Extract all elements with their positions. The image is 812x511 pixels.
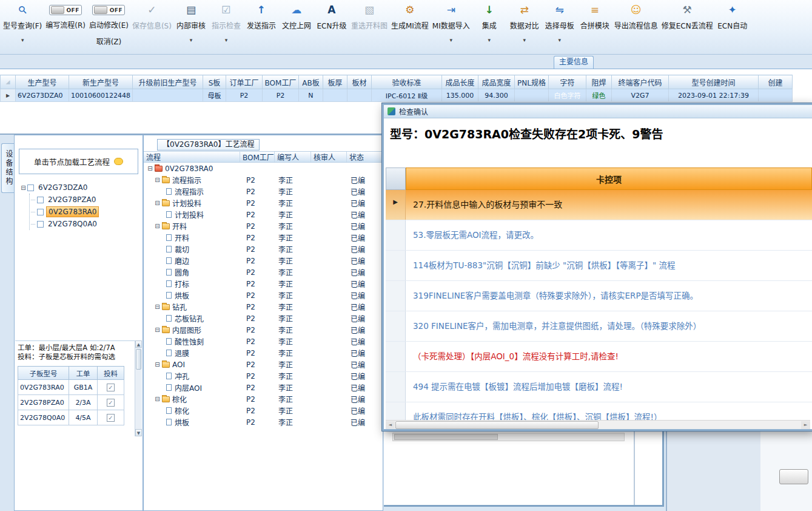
grid-column-header[interactable]: 板材 [347,75,371,89]
grid-row[interactable]: ▶6V2G73DZA010010600122448母板P2P2NIPC-6012… [1,89,793,102]
tab-flow[interactable]: 【0V2G783RA0】工艺流程 [157,139,260,151]
check-item-row[interactable]: 320 FINELINE客户，需加电测章，并注意提供图纸，请处理。（特殊要求除外… [386,311,812,342]
flow-step-row[interactable]: 酸性蚀刻P2李正已编 [144,336,383,347]
scroll-thumb[interactable] [395,421,599,429]
grid-column-header[interactable]: 终端客户代码 [611,75,668,89]
grid-column-header[interactable]: 生产型号 [16,75,69,89]
device-tree-node[interactable]: 0V2G783RA0 [31,206,140,218]
grid-column-header[interactable]: 创建 [758,75,792,89]
toolbar-item-merge-module[interactable]: ≡合拼模块 [579,4,611,30]
toolbar-item-mi-data-import[interactable]: ⇥MI数据导入▾ [432,4,470,42]
scroll-thumb[interactable] [394,434,498,440]
chevron-down-icon[interactable]: ▾ [523,38,526,42]
tree-expander-icon[interactable]: ⊟ [153,200,161,206]
chevron-down-icon[interactable]: ▾ [488,38,491,42]
sub-column-header[interactable]: 投料 [98,367,124,380]
chevron-down-icon[interactable]: ▾ [21,38,24,42]
flow-step-row[interactable]: 圆角P2李正已编 [144,266,383,278]
grid-column-header[interactable]: BOM工厂 [262,75,298,89]
flow-step-row[interactable]: 磨边P2李正已编 [144,255,383,266]
flow-step-row[interactable]: 开料P2李正已编 [144,232,383,243]
toolbar-item-internal-audit[interactable]: ▤内部审核▾ [175,4,207,42]
background-scrollbar[interactable] [392,433,625,441]
toolbar-item-export-flow-info[interactable]: ☺导出流程信息 [614,4,658,30]
grid-column-header[interactable]: 验收标准 [371,75,441,89]
flow-step-row[interactable]: 烘板P2李正已编 [144,289,383,301]
toolbar-item-data-compare[interactable]: ⇄数据对比▾ [509,4,540,42]
toolbar-item-generate-mi-flow[interactable]: ⚙生成MI流程 [391,4,429,30]
chevron-down-icon[interactable]: ▾ [558,38,561,42]
select-all-cell[interactable]: ◢ [1,75,16,89]
grid-column-header[interactable]: 型号创建时间 [668,75,758,89]
chevron-down-icon[interactable]: ▾ [450,38,453,42]
chevron-down-icon[interactable]: ▾ [190,38,193,42]
device-tree-root[interactable]: ⊟6V2G73DZA0 [19,181,140,194]
flow-step-row[interactable]: ⊟计划投料P2李正已编 [144,197,383,209]
tree-expander-icon[interactable]: ⊟ [153,327,161,333]
tree-expander-icon[interactable]: ⊟ [153,303,161,310]
tab-main-info[interactable]: 主要信息 [554,56,594,69]
grid-column-header[interactable]: 字符 [548,75,586,89]
chevron-down-icon[interactable]: ▾ [225,38,228,42]
tree-expander-icon[interactable]: ⊟ [153,361,161,368]
device-tree-node[interactable]: 2V2G78PZA0 [31,194,140,206]
flow-step-row[interactable]: ⊟AOIP2李正已编 [144,359,383,370]
check-item-row[interactable]: ▶27.开料信息中输入的板材与预审不一致 [386,190,812,220]
sub-column-header[interactable]: 工单 [69,367,98,380]
start-modify-toggle[interactable]: OFF [92,5,125,15]
check-item-row[interactable]: 此板材需同时存在开料【烘板】、棕化【烘板】、沉铜【烘板】流程!） [386,402,812,420]
toolbar-item-reselect-cutting-diagram[interactable]: ▧重选开料图 [351,4,388,30]
flow-step-row[interactable]: 打标P2李正已编 [144,278,383,289]
select-all-cell[interactable] [386,168,406,190]
tree-expander-icon[interactable]: ⊟ [146,165,154,172]
dialog-titlebar[interactable]: 检查确认 [384,105,812,118]
flow-tree-root[interactable]: ⊟0V2G783RA0 [144,163,383,174]
grid-column-header[interactable]: 订单工厂 [226,75,262,89]
check-item-row[interactable]: 53.零层板无需AOI流程，请更改。 [386,220,812,251]
toolbar-item-write-flow[interactable]: OFF编写流程(R) [45,4,86,30]
flow-column-header[interactable]: 状态 [347,152,383,162]
flow-step-row[interactable]: 冲孔P2李正已编 [144,370,383,382]
check-item-row[interactable]: 319FINELINE客户需要盖电测章（特殊要求除外），请核实ERP是否填写正确… [386,281,812,311]
sub-column-header[interactable]: 子板型号 [18,367,69,380]
flow-step-row[interactable]: 芯板钻孔P2李正已编 [144,313,383,324]
flow-column-header[interactable]: BOM工厂 [240,152,275,162]
grid-column-header[interactable]: 新生产型号 [69,75,133,89]
toolbar-item-repair-ecn-flow[interactable]: ⚒修复ECN丢流程 [662,4,713,30]
dialog-hscrollbar[interactable]: ◄ ► [386,420,810,429]
flow-column-header[interactable]: 核审人 [311,152,347,162]
grid-column-header[interactable]: AB板 [298,75,323,89]
tree-expander-icon[interactable]: ⊟ [153,223,161,229]
sub-row[interactable]: 2V2G78PZA02/3A✓ [18,395,124,410]
background-button[interactable] [779,469,808,484]
device-tree-node[interactable]: 2V2G78Q0A0 [31,218,140,230]
toolbar-item-doc-control-upload[interactable]: ☁文控上网 [281,4,312,30]
tree-expander-icon[interactable]: ⊟ [19,184,27,191]
scroll-up-icon[interactable]: ▲ [135,340,142,348]
toolbar-item-save-info[interactable]: ✓保存信息(S) [132,4,172,30]
feed-checkbox[interactable]: ✓ [107,399,115,407]
scroll-thumb[interactable] [136,349,141,370]
tab-device-structure[interactable]: 设备结构 [1,143,14,193]
tree-expander-icon[interactable]: ⊟ [153,396,161,402]
scroll-down-icon[interactable]: ▼ [135,429,142,436]
grid-column-header[interactable]: 成品宽度 [478,75,514,89]
grid-column-header[interactable]: PNL规格 [514,75,548,89]
flow-column-header[interactable]: 流程 [144,152,240,162]
toolbar-item-integrate[interactable]: ↓集成▾ [474,4,505,42]
flow-step-row[interactable]: ⊟流程指示P2李正已编 [144,174,383,186]
flow-step-row[interactable]: ⊟内层图形P2李正已编 [144,324,383,336]
tree-expander-icon[interactable]: ⊟ [153,177,161,183]
flow-column-header[interactable]: 编写人 [275,152,311,162]
grid-column-header[interactable]: 板厚 [323,75,347,89]
toolbar-item-instruction-check[interactable]: ☑指示检查▾ [210,4,242,42]
scroll-right-icon[interactable]: ► [801,421,810,429]
feed-checkbox[interactable]: ✓ [107,384,115,391]
feed-checkbox[interactable]: ✓ [107,414,115,422]
toolbar-item-select-motherboard[interactable]: ⇋选择母板▾ [544,4,575,42]
write-flow-toggle[interactable]: OFF [49,5,82,15]
flow-step-row[interactable]: 计划投料P2李正已编 [144,209,383,220]
toolbar-item-ecn-upgrade[interactable]: AECN升级 [316,4,347,30]
flow-step-row[interactable]: ⊟棕化P2李正已编 [144,393,383,405]
flow-step-row[interactable]: ⊟开料P2李正已编 [144,220,383,232]
